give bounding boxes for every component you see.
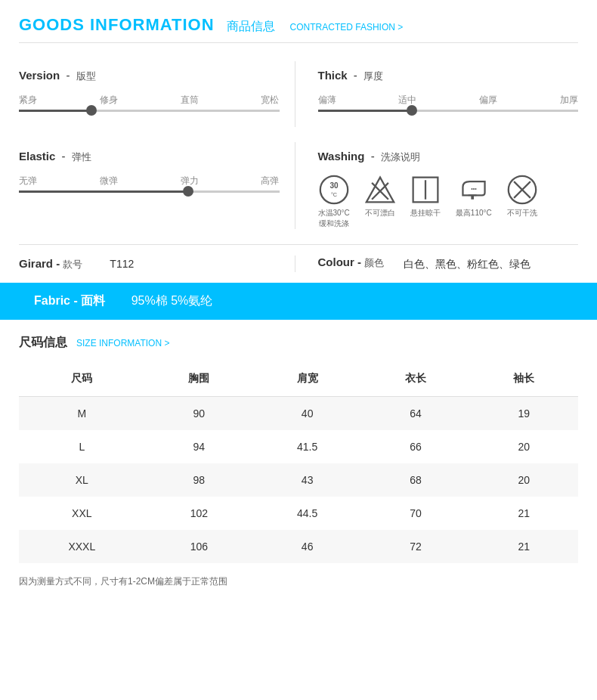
washing-icons: 30 °C 水温30°C 缓和洗涤 不可 bbox=[318, 175, 579, 229]
table-cell-1-2: 41.5 bbox=[253, 430, 361, 463]
size-header: 尺码信息 SIZE INFORMATION > bbox=[19, 335, 578, 351]
wash-icon-no-dryclean: 不可干洗 bbox=[507, 175, 537, 218]
thick-title: Thick - 厚度 bbox=[318, 69, 579, 83]
table-cell-4-0: XXXL bbox=[19, 530, 145, 563]
svg-text:°C: °C bbox=[331, 191, 337, 198]
washing-title: Washing - 洗涤说明 bbox=[318, 150, 579, 164]
table-row: XXXL106467221 bbox=[19, 530, 578, 563]
elastic-washing-row: Elastic - 弹性 无弹 微弹 弹力 高弹 Washing - bbox=[19, 142, 578, 229]
table-cell-1-4: 20 bbox=[470, 430, 578, 463]
thick-labels: 偏薄 适中 偏厚 加厚 bbox=[318, 94, 579, 107]
table-cell-1-0: L bbox=[19, 430, 145, 463]
size-table: 尺码 胸围 肩宽 衣长 袖长 M90406419L9441.56620XL984… bbox=[19, 361, 578, 563]
table-cell-2-0: XL bbox=[19, 463, 145, 497]
page-title-en: GOODS INFORMATION bbox=[19, 15, 215, 35]
table-cell-4-2: 46 bbox=[253, 530, 361, 563]
version-thick-row: Version - 版型 紧身 修身 直筒 宽松 Thick - bbox=[19, 61, 578, 127]
girard-value: T112 bbox=[110, 258, 134, 270]
page-header: GOODS INFORMATION 商品信息 CONTRACTED FASHIO… bbox=[19, 15, 578, 43]
table-cell-3-0: XXL bbox=[19, 497, 145, 530]
version-slider: 紧身 修身 直筒 宽松 bbox=[19, 94, 280, 112]
wash-icon-no-bleach: 不可漂白 bbox=[365, 175, 395, 218]
colour-title: Colour - 颜色 bbox=[318, 256, 385, 270]
elastic-labels: 无弹 微弹 弹力 高弹 bbox=[19, 175, 280, 187]
table-cell-4-4: 21 bbox=[470, 530, 578, 563]
elastic-slider: 无弹 微弹 弹力 高弹 bbox=[19, 175, 280, 193]
table-row: L9441.56620 bbox=[19, 430, 578, 463]
table-cell-0-3: 64 bbox=[361, 397, 469, 431]
table-cell-1-3: 66 bbox=[361, 430, 469, 463]
girard-title: Girard - 款号 bbox=[19, 257, 82, 271]
wash-icon-hang: 悬挂晾干 bbox=[410, 175, 441, 218]
version-labels: 紧身 修身 直筒 宽松 bbox=[19, 94, 280, 107]
elastic-track bbox=[19, 190, 280, 193]
col-header-length: 衣长 bbox=[361, 361, 469, 397]
iron-icon: ••• bbox=[459, 175, 489, 205]
elastic-section: Elastic - 弹性 无弹 微弹 弹力 高弹 bbox=[19, 142, 295, 229]
wash-30-icon: 30 °C bbox=[319, 175, 349, 205]
table-cell-3-3: 70 bbox=[361, 497, 469, 530]
colour-value: 白色、黑色、粉红色、绿色 bbox=[404, 256, 530, 272]
svg-text:•••: ••• bbox=[471, 185, 477, 192]
size-section: 尺码信息 SIZE INFORMATION > 尺码 胸围 肩宽 衣长 袖长 M… bbox=[19, 335, 578, 588]
fabric-value: 95%棉 5%氨纶 bbox=[131, 294, 213, 307]
fabric-label-en: Fabric bbox=[34, 294, 70, 307]
no-dryclean-icon bbox=[507, 175, 537, 205]
elastic-title: Elastic - 弹性 bbox=[19, 150, 280, 164]
washing-section: Washing - 洗涤说明 30 °C 水温30°C 缓和洗涤 bbox=[295, 142, 579, 229]
table-row: M90406419 bbox=[19, 397, 578, 431]
wash-hang-label: 悬挂晾干 bbox=[410, 208, 441, 218]
thick-dot bbox=[407, 105, 417, 116]
table-cell-0-4: 19 bbox=[470, 397, 578, 431]
svg-text:30: 30 bbox=[329, 181, 339, 190]
col-header-sleeve: 袖长 bbox=[470, 361, 578, 397]
table-cell-1-1: 94 bbox=[145, 430, 253, 463]
wash-30-label: 水温30°C 缓和洗涤 bbox=[318, 208, 350, 229]
wash-icon-iron: ••• 最高110°C bbox=[456, 175, 492, 218]
fabric-bar: Fabric - 面料 95%棉 5%氨纶 bbox=[0, 283, 597, 320]
thick-slider: 偏薄 适中 偏厚 加厚 bbox=[318, 94, 579, 112]
girard-colour-row: Girard - 款号 T112 Colour - 颜色 白色、黑色、粉红色、绿… bbox=[19, 244, 578, 283]
table-cell-3-1: 102 bbox=[145, 497, 253, 530]
table-cell-2-1: 98 bbox=[145, 463, 253, 497]
col-header-shoulder: 肩宽 bbox=[253, 361, 361, 397]
table-cell-0-0: M bbox=[19, 397, 145, 431]
col-header-size: 尺码 bbox=[19, 361, 145, 397]
version-title: Version - 版型 bbox=[19, 69, 280, 83]
table-cell-0-1: 90 bbox=[145, 397, 253, 431]
table-cell-2-3: 68 bbox=[361, 463, 469, 497]
svg-marker-3 bbox=[367, 178, 394, 203]
no-bleach-icon bbox=[365, 175, 395, 205]
size-note: 因为测量方式不同，尺寸有1-2CM偏差属于正常范围 bbox=[19, 575, 578, 588]
wash-iron-label: 最高110°C bbox=[456, 208, 492, 218]
girard-section: Girard - 款号 T112 bbox=[19, 256, 295, 272]
version-dot bbox=[86, 105, 97, 116]
table-cell-3-2: 44.5 bbox=[253, 497, 361, 530]
wash-icon-30: 30 °C 水温30°C 缓和洗涤 bbox=[318, 175, 350, 229]
table-cell-4-3: 72 bbox=[361, 530, 469, 563]
table-cell-3-4: 21 bbox=[470, 497, 578, 530]
wash-no-bleach-label: 不可漂白 bbox=[365, 208, 395, 218]
wash-no-dryclean-label: 不可干洗 bbox=[507, 208, 537, 218]
colour-section: Colour - 颜色 白色、黑色、粉红色、绿色 bbox=[295, 256, 579, 272]
hang-dry-icon bbox=[410, 175, 441, 205]
table-row: XXL10244.57021 bbox=[19, 497, 578, 530]
version-section: Version - 版型 紧身 修身 直筒 宽松 bbox=[19, 61, 295, 127]
table-row: XL98436820 bbox=[19, 463, 578, 497]
page-title-zh: 商品信息 bbox=[227, 19, 275, 35]
table-cell-0-2: 40 bbox=[253, 397, 361, 431]
table-cell-2-2: 43 bbox=[253, 463, 361, 497]
fabric-label-zh: 面料 bbox=[81, 294, 105, 307]
contracted-fashion-link[interactable]: CONTRACTED FASHION > bbox=[290, 22, 404, 33]
table-cell-2-4: 20 bbox=[470, 463, 578, 497]
version-track bbox=[19, 110, 280, 112]
elastic-dot bbox=[183, 186, 193, 197]
table-cell-4-1: 106 bbox=[145, 530, 253, 563]
table-header-row: 尺码 胸围 肩宽 衣长 袖长 bbox=[19, 361, 578, 397]
thick-track bbox=[318, 110, 579, 112]
col-header-chest: 胸围 bbox=[145, 361, 253, 397]
size-title-zh: 尺码信息 bbox=[19, 335, 67, 351]
thick-section: Thick - 厚度 偏薄 适中 偏厚 加厚 bbox=[295, 61, 579, 127]
size-title-en[interactable]: SIZE INFORMATION > bbox=[76, 338, 169, 348]
